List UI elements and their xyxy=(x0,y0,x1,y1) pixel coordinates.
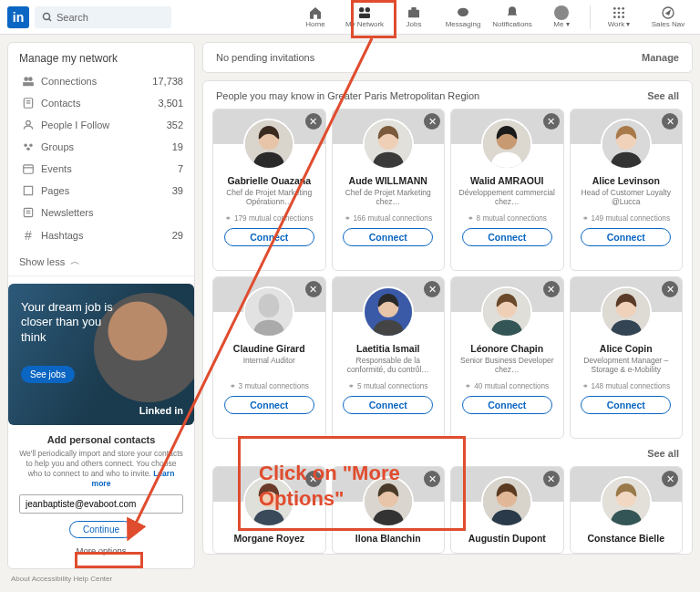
mutual-connections: ⚭149 mutual connections xyxy=(576,213,677,223)
connect-button[interactable]: Connect xyxy=(343,396,433,414)
link-icon: ⚭ xyxy=(582,213,589,223)
avatar xyxy=(243,286,294,338)
person-card[interactable]: ✕Augustin Dupont xyxy=(450,466,564,554)
dismiss-button[interactable]: ✕ xyxy=(305,113,322,130)
svg-point-16 xyxy=(622,16,624,18)
linkedin-logo[interactable]: in xyxy=(7,6,29,28)
show-less-toggle[interactable]: Show less ︿ xyxy=(8,247,194,275)
promo-card[interactable]: Your dream job is closer than you think … xyxy=(8,284,194,425)
manage-item-contacts[interactable]: Contacts3,501 xyxy=(8,92,194,114)
svg-rect-5 xyxy=(408,10,419,18)
manage-item-icon xyxy=(19,119,37,131)
person-name: Aude WILLMANN xyxy=(338,175,439,186)
dismiss-button[interactable]: ✕ xyxy=(543,281,560,297)
manage-item-groups[interactable]: Groups19 xyxy=(8,136,194,158)
manage-item-label: Newsletters xyxy=(41,207,183,218)
svg-rect-30 xyxy=(24,186,32,194)
person-name: Alice Levinson xyxy=(576,175,677,186)
connect-button[interactable]: Connect xyxy=(462,396,552,414)
nav-jobs[interactable]: Jobs xyxy=(389,0,438,35)
avatar xyxy=(243,119,294,170)
add-contacts-desc: We'll periodically import and store your… xyxy=(19,449,183,489)
person-card[interactable]: ✕Gabrielle OuazanaChef de Projet Marketi… xyxy=(212,109,326,271)
person-card[interactable]: ✕Alice LevinsonHead of Customer Loyalty … xyxy=(570,109,684,271)
nav-me[interactable]: Me ▾ xyxy=(537,0,586,35)
search-box[interactable]: Search xyxy=(35,6,171,28)
nav-messaging[interactable]: Messaging xyxy=(438,0,488,35)
dismiss-button[interactable]: ✕ xyxy=(424,281,440,297)
person-card[interactable]: ✕Léonore ChapinSenior Business Developer… xyxy=(450,276,564,439)
avatar xyxy=(601,286,652,338)
promo-brand: Linked in xyxy=(139,405,183,416)
manage-item-label: People I Follow xyxy=(41,119,167,130)
email-field[interactable] xyxy=(19,494,183,514)
nav-home[interactable]: Home xyxy=(291,0,340,35)
link-icon: ⚭ xyxy=(345,213,351,223)
manage-item-people-i-follow[interactable]: People I Follow352 xyxy=(8,114,194,136)
dismiss-button[interactable]: ✕ xyxy=(662,471,678,487)
person-role: Responsable de la conformité, du contrôl… xyxy=(338,356,439,376)
connect-button[interactable]: Connect xyxy=(224,396,314,414)
pymk-title: People you may know in Greater Paris Met… xyxy=(216,90,479,101)
connect-button[interactable]: Connect xyxy=(581,228,671,246)
dismiss-button[interactable]: ✕ xyxy=(543,113,560,130)
mutual-connections: ⚭166 mutual connections xyxy=(338,213,439,223)
pymk-see-all-link[interactable]: See all xyxy=(647,90,679,101)
pymk-see-all-link-2[interactable]: See all xyxy=(647,448,679,459)
person-card[interactable]: ✕Claudine GirardInternal Auditor⚭3 mutua… xyxy=(212,276,326,439)
manage-item-hashtags[interactable]: #Hashtags29 xyxy=(8,223,194,247)
svg-point-25 xyxy=(24,144,27,148)
promo-headline: Your dream job is closer than you think xyxy=(21,300,121,345)
person-role: Head of Customer Loyalty @Lucca xyxy=(576,188,677,208)
connect-button[interactable]: Connect xyxy=(343,228,433,246)
manage-item-newsletters[interactable]: Newsletters xyxy=(8,202,194,223)
mutual-connections: ⚭148 mutual connections xyxy=(576,381,677,390)
promo-cta-button[interactable]: See jobs xyxy=(21,366,75,383)
manage-item-label: Groups xyxy=(41,141,172,152)
mutual-connections: ⚭8 mutual connections xyxy=(457,213,558,223)
manage-network-title: Manage my network xyxy=(8,43,194,70)
nav-work[interactable]: Work ▾ xyxy=(594,0,643,35)
mutual-connections: ⚭5 mutual connections xyxy=(338,381,439,390)
manage-item-connections[interactable]: Connections17,738 xyxy=(8,70,194,92)
svg-rect-6 xyxy=(411,7,416,10)
dismiss-button[interactable]: ✕ xyxy=(543,471,560,487)
manage-item-events[interactable]: Events7 xyxy=(8,158,194,180)
global-header: in Search Home My Network Jobs Messaging… xyxy=(0,0,700,35)
bell-icon xyxy=(505,5,520,20)
person-role: Chef de Projet Marketing chez… xyxy=(338,188,439,208)
person-card[interactable]: ✕Aude WILLMANNChef de Projet Marketing c… xyxy=(332,109,446,271)
dismiss-button[interactable]: ✕ xyxy=(662,113,678,130)
continue-button[interactable]: Continue xyxy=(69,521,133,538)
dismiss-button[interactable]: ✕ xyxy=(305,281,322,297)
person-name: Walid AMRAOUI xyxy=(457,175,558,186)
nav-notifications[interactable]: Notifications xyxy=(488,0,537,35)
person-card[interactable]: ✕Constance Bielle xyxy=(570,466,684,554)
person-card[interactable]: ✕Alice CopinDevelopment Manager – Storag… xyxy=(570,276,684,439)
person-card[interactable]: ✕Walid AMRAOUIDéveloppement commercial c… xyxy=(450,109,564,271)
svg-point-9 xyxy=(618,7,621,10)
manage-item-count: 39 xyxy=(172,185,183,196)
svg-point-27 xyxy=(26,148,30,151)
connect-button[interactable]: Connect xyxy=(581,396,671,414)
invitations-bar: No pending invitations Manage xyxy=(202,42,693,73)
manage-item-pages[interactable]: Pages39 xyxy=(8,180,194,202)
annotation-box-my-network xyxy=(351,0,396,38)
connect-button[interactable]: Connect xyxy=(224,228,314,246)
connect-button[interactable]: Connect xyxy=(462,228,552,246)
manage-invitations-link[interactable]: Manage xyxy=(642,52,679,63)
avatar xyxy=(601,119,652,170)
avatar-icon xyxy=(554,5,569,20)
dismiss-button[interactable]: ✕ xyxy=(424,113,440,130)
avatar xyxy=(363,286,414,338)
nav-sales-nav[interactable]: Sales Nav xyxy=(643,0,693,35)
dismiss-button[interactable]: ✕ xyxy=(662,281,678,297)
person-card[interactable]: ✕Laetitia IsmailResponsable de la confor… xyxy=(332,276,446,439)
footer-links[interactable]: About Accessibility Help Center xyxy=(7,569,195,583)
manage-item-count: 7 xyxy=(178,163,183,174)
invitations-text: No pending invitations xyxy=(216,52,314,63)
link-icon: ⚭ xyxy=(465,381,471,390)
link-icon: ⚭ xyxy=(468,213,474,223)
manage-item-icon xyxy=(19,206,37,219)
svg-point-13 xyxy=(622,12,624,15)
